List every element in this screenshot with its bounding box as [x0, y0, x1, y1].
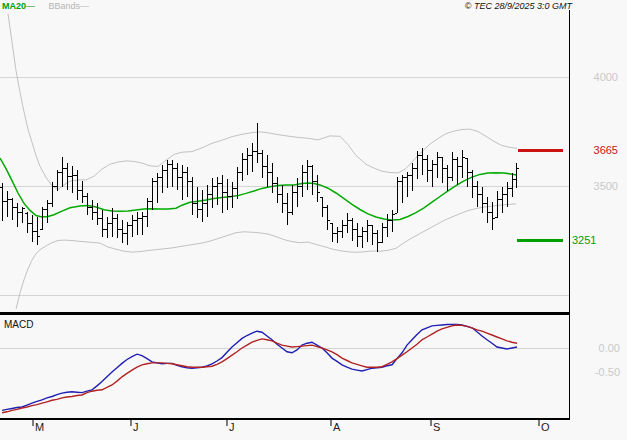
- svg-text:S: S: [433, 421, 440, 433]
- svg-text:3500: 3500: [594, 180, 618, 192]
- level-lines: [517, 149, 563, 242]
- svg-text:J: J: [133, 421, 139, 433]
- legend-bbands-label: BBands: [49, 1, 81, 11]
- svg-text:-0.50: -0.50: [595, 366, 620, 378]
- svg-text:4000: 4000: [594, 71, 618, 83]
- svg-text:3251: 3251: [572, 234, 596, 246]
- macd-axis-labels: 0.00-0.50: [595, 342, 620, 378]
- copyright-text: © TEC 28/9/2025 3:0 GMT: [465, 1, 572, 11]
- panel-borders: [0, 10, 570, 420]
- price-axis-labels: 4000366535003251: [572, 71, 618, 246]
- svg-text:0.00: 0.00: [599, 342, 620, 354]
- legend: MA20— BBands—: [2, 1, 88, 11]
- price-gridlines: [0, 77, 570, 348]
- macd-lines: [2, 325, 517, 413]
- legend-ma20-label: MA20: [2, 1, 26, 11]
- svg-text:O: O: [541, 421, 550, 433]
- stock-chart-screen: 4000366535003251 MJJASO 0.00-0.50 MA20— …: [0, 0, 627, 440]
- svg-text:3665: 3665: [594, 144, 618, 156]
- svg-text:A: A: [333, 421, 341, 433]
- chart-canvas: 4000366535003251 MJJASO 0.00-0.50: [0, 0, 627, 440]
- month-axis: MJJASO: [33, 419, 550, 433]
- ma20-line: [0, 158, 517, 220]
- macd-panel-label: MACD: [4, 319, 33, 330]
- svg-text:J: J: [229, 421, 235, 433]
- ma20-line-swatch: —: [26, 1, 34, 11]
- svg-text:M: M: [35, 421, 44, 433]
- bbands-line-swatch: —: [80, 1, 88, 11]
